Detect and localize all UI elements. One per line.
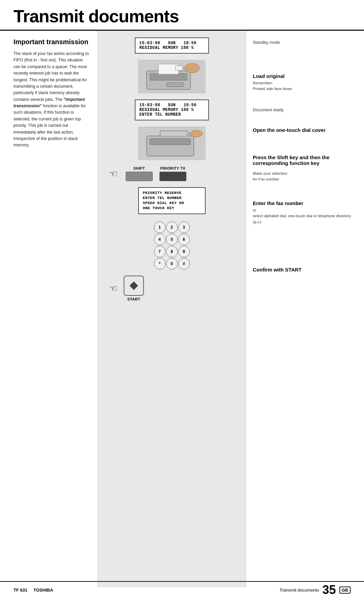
- load-original-text2: Printed side face down: [253, 86, 357, 92]
- lcd2-line1: 15-03-98 SUN 19:56: [140, 103, 204, 108]
- footer: TF 631 TOSHIBA Transmit documents 35 GB: [0, 581, 364, 598]
- shift-key[interactable]: [126, 172, 153, 181]
- fax-illustration-2: [138, 126, 206, 160]
- right-column: Standby mode Load original Remember: Pri…: [246, 31, 364, 587]
- lcd-display-1: 15-03-98 SUN 19:56 RESIDUAL MEMORY 100 %: [135, 37, 209, 54]
- svg-rect-2: [167, 83, 184, 87]
- document-ready-text: Document ready: [253, 106, 357, 112]
- key-hash[interactable]: #: [178, 258, 190, 269]
- step-confirm-start: Confirm with START: [253, 263, 357, 279]
- page-wrapper: Transmit documents Important transmissio…: [0, 0, 364, 598]
- load-original-title: Load original: [253, 73, 357, 79]
- key-1[interactable]: 1: [154, 222, 165, 233]
- middle-column: 15-03-98 SUN 19:56 RESIDUAL MEMORY 100 %: [98, 31, 246, 587]
- footer-model: TF 631: [13, 588, 27, 593]
- confirm-start-title: Confirm with START: [253, 267, 357, 273]
- lcd2-line3: ENTER TEL NUMBER: [140, 112, 204, 117]
- key-3[interactable]: 3: [178, 222, 190, 233]
- key-star[interactable]: *: [154, 258, 165, 269]
- fax-svg-1: [140, 61, 204, 93]
- keypad: 1 2 3 4 5 6 7 8 9 * 0 #: [154, 222, 190, 269]
- shift-label: SHIFT: [133, 166, 145, 170]
- priority-tx-label: PRIORITY TX: [160, 166, 185, 170]
- start-diamond-icon: [129, 281, 138, 290]
- key-9[interactable]: 9: [178, 246, 190, 257]
- spacer-6: [253, 230, 357, 263]
- svg-point-4: [185, 63, 200, 73]
- lcd-display-2: 15-03-98 SUN 19:56 RESIDUAL MEMORY 100 %…: [135, 99, 209, 120]
- step-document-ready: Document ready: [253, 103, 357, 117]
- buttons-row: ☞ SHIFT PRIORITY TX: [106, 166, 238, 181]
- priority-line1: PRIORITY RESERVE: [143, 191, 201, 195]
- key-2[interactable]: 2: [166, 222, 178, 233]
- hand-pointer-icon: ☞: [109, 168, 118, 179]
- key-7[interactable]: 7: [154, 246, 165, 257]
- footer-right: Transmit documents 35 GB: [279, 584, 351, 596]
- standby-text: Standby mode: [253, 39, 357, 45]
- start-button[interactable]: [124, 276, 144, 296]
- priority-tx-button-group: PRIORITY TX: [159, 166, 186, 181]
- key-0[interactable]: 0: [166, 258, 178, 269]
- step-load-original: Load original Remember: Printed side fac…: [253, 70, 357, 97]
- page-title: Transmit documents: [0, 0, 364, 31]
- priority-tx-key[interactable]: [159, 172, 186, 181]
- spacer-4: [253, 139, 357, 151]
- step-open-cover: Open the one-touch dial cover: [253, 124, 357, 139]
- priority-line2: ENTER TEL NUMBER: [143, 196, 201, 200]
- enter-fax-text2: select alphabet dial, one-touch dial or …: [253, 213, 357, 225]
- fax-illustration-1: [138, 60, 206, 93]
- svg-point-9: [190, 130, 203, 137]
- open-cover-title: Open the one-touch dial cover: [253, 127, 357, 133]
- enter-fax-text1: or: [253, 207, 357, 213]
- spacer-1: [253, 50, 357, 70]
- priority-box: PRIORITY RESERVE ENTER TEL NUMBER SPEED …: [138, 187, 206, 214]
- svg-rect-1: [150, 74, 187, 80]
- fax-svg-2: [140, 127, 204, 160]
- key-6[interactable]: 6: [178, 234, 190, 245]
- priority-line4: ONE TOUCH KEY: [143, 206, 201, 210]
- left-column: Important transmission The stack of your…: [0, 31, 98, 587]
- footer-left: TF 631 TOSHIBA: [13, 588, 53, 593]
- lcd2-line2: RESIDUAL MEMORY 100 %: [140, 108, 204, 112]
- press-shift-sub1: Make your selection: [253, 171, 357, 176]
- svg-rect-6: [175, 66, 183, 70]
- main-content: Important transmission The stack of your…: [0, 31, 364, 587]
- footer-page-number: 35: [322, 584, 336, 596]
- start-area: ☞ START: [106, 276, 238, 301]
- section-body: The stack of your fax works according to…: [13, 51, 89, 149]
- press-shift-title: Press the Shift key and then the corresp…: [253, 154, 357, 166]
- key-5[interactable]: 5: [166, 234, 178, 245]
- shift-button-group: SHIFT: [126, 166, 153, 181]
- key-4[interactable]: 4: [154, 234, 165, 245]
- lcd1-line1: 15-03-98 SUN 19:56: [140, 41, 204, 46]
- priority-line3: SPEED DIAL KEY OR: [143, 201, 201, 205]
- section-heading: Important transmission: [13, 38, 89, 46]
- footer-section: Transmit documents: [279, 588, 319, 593]
- step-standby: Standby mode: [253, 37, 357, 50]
- step-enter-fax: Enter the fax number or select alphabet …: [253, 197, 357, 230]
- hand-pointer-start-icon: ☞: [109, 283, 118, 294]
- start-button-group: START: [124, 276, 144, 301]
- spacer-3: [253, 117, 357, 124]
- step-press-shift: Press the Shift key and then the corresp…: [253, 151, 357, 187]
- footer-brand: TOSHIBA: [33, 588, 53, 593]
- svg-marker-10: [189, 132, 190, 135]
- load-original-text1: Remember:: [253, 80, 357, 86]
- start-label: START: [127, 297, 140, 301]
- spacer-2: [253, 97, 357, 103]
- footer-gb-badge: GB: [339, 587, 351, 594]
- enter-fax-title: Enter the fax number: [253, 200, 357, 206]
- svg-rect-8: [150, 139, 190, 145]
- key-8[interactable]: 8: [166, 246, 178, 257]
- lcd1-line2: RESIDUAL MEMORY 100 %: [140, 46, 204, 50]
- spacer-5: [253, 187, 357, 197]
- press-shift-sub2: for Fax number: [253, 176, 357, 182]
